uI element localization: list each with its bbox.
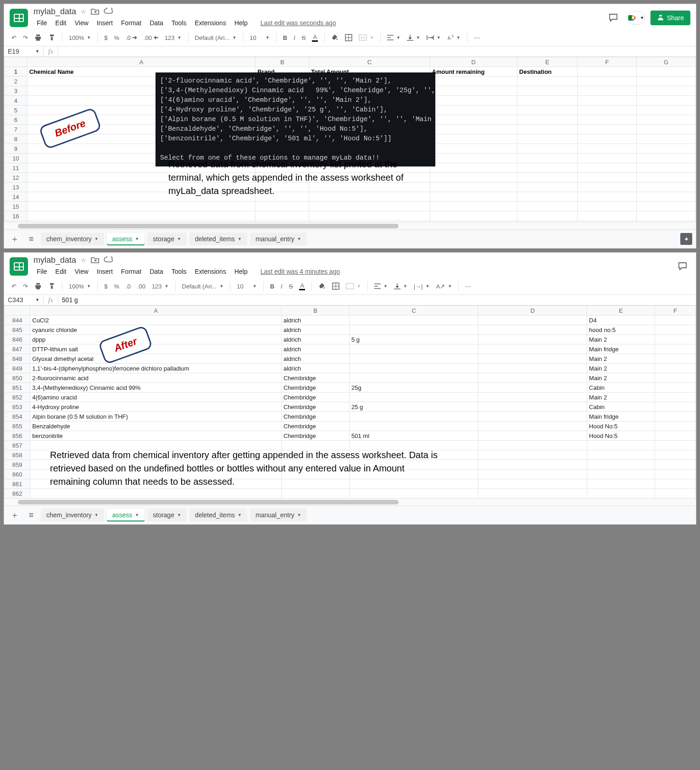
comment-history-icon[interactable] — [606, 10, 621, 26]
row-header[interactable]: 847 — [5, 344, 30, 354]
cell[interactable] — [578, 163, 637, 173]
row-header[interactable]: 848 — [5, 354, 30, 364]
cell[interactable] — [430, 144, 517, 154]
row-header[interactable]: 856 — [5, 431, 30, 441]
menu-extensions[interactable]: Extensions — [191, 266, 229, 277]
row-header[interactable]: 7 — [5, 125, 28, 134]
row-header[interactable]: 5 — [5, 105, 28, 115]
sheet-tab-manual_entry[interactable]: manual_entry▼ — [250, 233, 307, 245]
redo-button[interactable]: ↷ — [20, 281, 31, 292]
cell[interactable]: 501 ml — [350, 431, 478, 441]
cell[interactable] — [478, 344, 587, 354]
cell[interactable] — [517, 115, 578, 125]
wrap-button[interactable]: |→|▼ — [411, 281, 433, 292]
star-icon[interactable]: ☆ — [81, 257, 86, 264]
menu-tools[interactable]: Tools — [168, 17, 190, 28]
font-size[interactable]: 10▼ — [234, 281, 259, 292]
cell[interactable]: hood no:5 — [587, 325, 655, 335]
cloud-status-icon[interactable] — [104, 256, 113, 264]
bold-button[interactable]: B — [280, 32, 290, 44]
cell[interactable] — [655, 373, 696, 383]
cell[interactable] — [587, 470, 655, 479]
cell[interactable] — [637, 211, 696, 221]
cell[interactable] — [517, 211, 578, 221]
cell[interactable] — [517, 202, 578, 211]
row-header[interactable]: 849 — [5, 364, 30, 373]
cell[interactable] — [478, 421, 587, 431]
halign-button[interactable]: ▼ — [372, 281, 390, 291]
cell[interactable] — [587, 460, 655, 470]
cell[interactable] — [637, 183, 696, 192]
cell[interactable] — [478, 325, 587, 335]
cell[interactable] — [517, 163, 578, 173]
cell[interactable] — [478, 412, 587, 421]
cell[interactable] — [637, 192, 696, 202]
cell[interactable] — [478, 431, 587, 441]
sheet-tab-storage[interactable]: storage▼ — [147, 233, 187, 245]
cell[interactable]: DTTP-lithium salt — [30, 344, 282, 354]
row-header[interactable]: 861 — [5, 479, 30, 489]
cell[interactable] — [578, 105, 637, 115]
cell[interactable] — [478, 402, 587, 412]
cell[interactable] — [655, 325, 696, 335]
cell[interactable] — [430, 154, 517, 163]
cell[interactable]: Destination — [517, 67, 578, 77]
cell[interactable] — [637, 67, 696, 77]
menu-file[interactable]: File — [33, 266, 50, 277]
cell[interactable]: Main 2 — [587, 393, 655, 402]
cell[interactable] — [637, 115, 696, 125]
borders-button[interactable] — [342, 32, 355, 44]
spreadsheet-grid[interactable]: ABCDEFG1Chemical NameBrandTotal AmountAm… — [4, 57, 696, 222]
explore-button[interactable]: ✦ — [680, 233, 692, 245]
cell[interactable] — [637, 96, 696, 105]
cell[interactable] — [517, 96, 578, 105]
add-sheet-button[interactable]: ＋ — [8, 509, 22, 521]
valign-button[interactable]: ▼ — [391, 281, 410, 292]
move-icon[interactable] — [91, 256, 99, 265]
cell[interactable] — [655, 316, 696, 325]
strike-button[interactable]: S — [286, 281, 296, 292]
cloud-status-icon[interactable] — [104, 8, 113, 16]
cell[interactable] — [430, 192, 517, 202]
comment-history-icon[interactable] — [675, 259, 690, 274]
cell[interactable] — [655, 412, 696, 421]
cell[interactable] — [517, 86, 578, 96]
cell[interactable] — [478, 489, 587, 499]
cell[interactable] — [478, 373, 587, 383]
cell[interactable] — [350, 412, 478, 421]
meet-button[interactable]: ▼ — [627, 11, 645, 25]
cell[interactable] — [350, 364, 478, 373]
cell[interactable] — [309, 211, 430, 221]
row-header[interactable]: 11 — [5, 163, 28, 173]
cell[interactable] — [350, 316, 478, 325]
undo-button[interactable]: ↶ — [9, 281, 19, 292]
cell[interactable] — [430, 163, 517, 173]
cell[interactable]: Main fridge — [587, 412, 655, 421]
row-header[interactable]: 858 — [5, 450, 30, 460]
format-currency[interactable]: $ — [101, 32, 110, 44]
all-sheets-button[interactable]: ≡ — [24, 509, 38, 521]
cell[interactable] — [478, 364, 587, 373]
cell[interactable] — [578, 86, 637, 96]
cell[interactable] — [637, 144, 696, 154]
cell[interactable] — [430, 77, 517, 86]
row-header[interactable]: 845 — [5, 325, 30, 335]
cell[interactable] — [578, 211, 637, 221]
cell[interactable]: aldrich — [281, 325, 349, 335]
cell[interactable]: 25g — [350, 383, 478, 393]
cell[interactable]: Chembridge — [281, 373, 349, 383]
cell[interactable] — [587, 450, 655, 460]
col-header[interactable]: G — [637, 57, 696, 67]
menu-edit[interactable]: Edit — [52, 266, 70, 277]
cell[interactable] — [517, 77, 578, 86]
merge-button[interactable]: ▼ — [343, 281, 364, 292]
cell[interactable]: Chembridge — [281, 383, 349, 393]
cell[interactable] — [655, 450, 696, 460]
sheet-tab-deleted_items[interactable]: deleted_items▼ — [189, 509, 247, 521]
cell[interactable]: Chembridge — [281, 393, 349, 402]
zoom-select[interactable]: 100%▼ — [66, 281, 94, 292]
cell[interactable] — [655, 479, 696, 489]
cell[interactable]: Glyoxal dimethyl acetal — [30, 354, 282, 364]
cell[interactable] — [578, 183, 637, 192]
cell[interactable] — [655, 335, 696, 344]
